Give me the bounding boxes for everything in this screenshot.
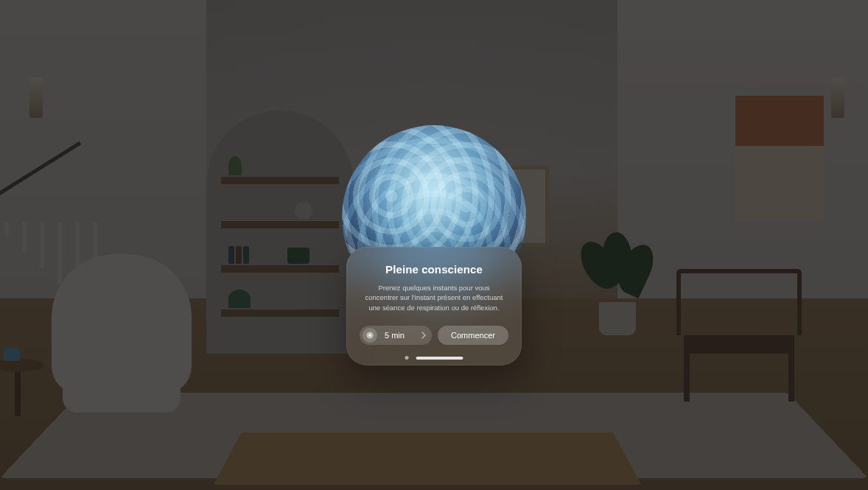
breathe-flower-icon: [363, 328, 377, 343]
chevron-right-icon: [421, 332, 426, 339]
panel-button-row: 5 min Commencer: [360, 326, 508, 345]
panel-title: Pleine conscience: [360, 263, 508, 276]
page-active-bar[interactable]: [416, 357, 463, 360]
svg-point-7: [370, 332, 373, 335]
page-dot[interactable]: [405, 356, 409, 360]
svg-point-8: [367, 335, 370, 338]
page-indicator[interactable]: [405, 356, 463, 360]
start-button-label: Commencer: [451, 331, 495, 340]
svg-point-5: [367, 332, 370, 335]
start-button[interactable]: Commencer: [438, 326, 508, 345]
panel-description: Prenez quelques instants pour vous conce…: [360, 283, 508, 312]
duration-selector[interactable]: 5 min: [360, 326, 432, 345]
duration-label: 5 min: [383, 331, 416, 340]
mindfulness-panel: Pleine conscience Prenez quelques instan…: [346, 247, 522, 365]
svg-point-6: [370, 335, 373, 338]
